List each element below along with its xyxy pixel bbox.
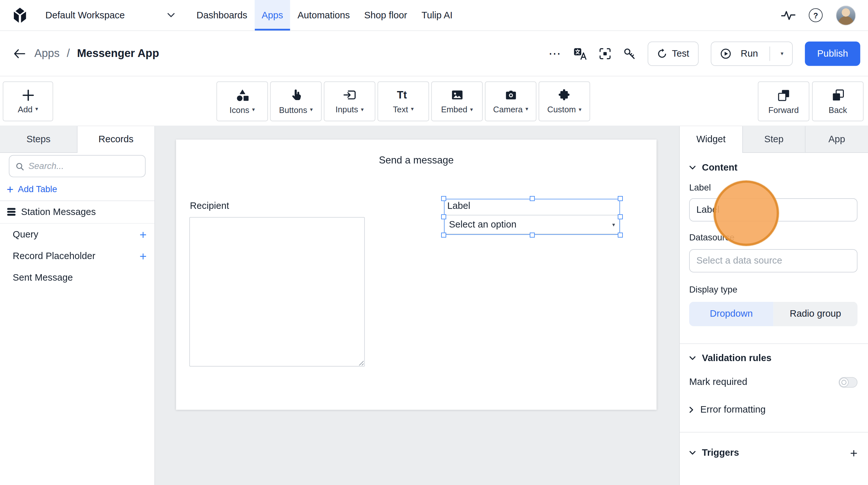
bring-forward-button[interactable]: Forward <box>758 81 809 121</box>
key-icon <box>623 47 636 60</box>
tab-steps[interactable]: Steps <box>0 126 78 153</box>
panel-tabs: Widget Step App <box>680 126 868 153</box>
record-item-sent-message[interactable]: Sent Message <box>0 267 154 289</box>
back-arrow-button[interactable] <box>13 49 25 59</box>
user-avatar[interactable] <box>836 5 856 25</box>
workspace-selector[interactable]: Default Workspace <box>45 0 175 31</box>
left-sidebar: Steps Records + Add Table <box>0 126 155 485</box>
add-record-placeholder-button[interactable]: + <box>138 250 148 262</box>
selection-handle-e[interactable] <box>618 214 623 219</box>
recipient-textarea-widget[interactable] <box>189 217 365 367</box>
error-formatting-label: Error formatting <box>701 404 766 415</box>
text-widget-button[interactable]: Tt Text▾ <box>377 81 429 121</box>
add-query-button[interactable]: + <box>138 229 148 241</box>
tulip-app-editor-window: Default Workspace Dashboards Apps Automa… <box>0 0 868 485</box>
editor-canvas[interactable]: Send a message Recipient Label Select an… <box>155 126 679 485</box>
run-dropdown-caret-icon[interactable]: ▾ <box>780 51 783 56</box>
table-name: Station Messages <box>21 207 96 217</box>
toggle-knob <box>839 377 849 387</box>
sidebar-tabs: Steps Records <box>0 126 154 153</box>
run-button-label: Run <box>741 48 758 59</box>
camera-widget-button[interactable]: Camera▾ <box>485 81 536 121</box>
activity-pulse-button[interactable] <box>781 10 796 21</box>
selection-handle-se[interactable] <box>618 233 623 238</box>
resize-grip[interactable] <box>358 360 364 366</box>
inputs-widget-button[interactable]: Inputs▾ <box>324 81 375 121</box>
section-triggers[interactable]: Triggers + <box>689 446 857 460</box>
test-button[interactable]: Test <box>648 41 699 66</box>
error-formatting-row[interactable]: Error formatting <box>689 402 857 417</box>
more-options-button[interactable]: ⋯ <box>549 47 561 61</box>
step-title-widget[interactable]: Send a message <box>176 140 657 166</box>
section-validation-rules[interactable]: Validation rules <box>689 351 857 366</box>
nav-automations[interactable]: Automations <box>290 0 357 31</box>
chevron-right-icon <box>689 406 694 413</box>
selection-handle-sw[interactable] <box>441 233 446 238</box>
tulip-logo[interactable] <box>11 7 29 25</box>
dropdown-widget-label: Label <box>447 201 470 211</box>
selection-handle-s[interactable] <box>530 233 534 238</box>
selected-dropdown-widget[interactable]: Label Select an option ▾ <box>444 199 620 235</box>
caret-down-icon: ▾ <box>411 106 414 112</box>
custom-widget-button[interactable]: Custom▾ <box>538 81 590 121</box>
nav-apps[interactable]: Apps <box>254 0 290 31</box>
caret-down-icon: ▾ <box>35 106 38 112</box>
record-source-station-messages[interactable]: Station Messages <box>0 201 154 224</box>
panel-divider <box>680 343 868 344</box>
breadcrumb-apps-link[interactable]: Apps <box>34 47 60 60</box>
run-split-divider <box>770 47 770 61</box>
breadcrumb: Apps / Messenger App <box>34 47 159 60</box>
nav-dashboards[interactable]: Dashboards <box>189 0 254 31</box>
run-button[interactable]: Run ▾ <box>711 41 793 66</box>
scan-icon <box>599 47 611 60</box>
nav-tulip-ai[interactable]: Tulip AI <box>414 0 460 31</box>
widget-toolbar: Add ▾ Icons▾ Buttons▾ <box>0 76 868 126</box>
translate-button[interactable] <box>573 47 587 60</box>
recipient-label-widget[interactable]: Recipient <box>190 201 229 211</box>
publish-button-label: Publish <box>817 48 848 59</box>
buttons-label: Buttons <box>279 105 307 114</box>
selection-handle-n[interactable] <box>530 196 534 201</box>
custom-label: Custom <box>547 105 576 114</box>
page-title: Messenger App <box>77 47 159 60</box>
label-input[interactable] <box>689 198 857 221</box>
add-table-label: Add Table <box>18 184 57 194</box>
record-item-label: Sent Message <box>13 272 73 283</box>
mark-required-toggle[interactable] <box>839 377 858 388</box>
tab-step[interactable]: Step <box>742 126 805 153</box>
search-input[interactable] <box>28 161 139 171</box>
tab-app[interactable]: App <box>805 126 868 153</box>
icons-widget-button[interactable]: Icons▾ <box>217 81 268 121</box>
add-table-button[interactable]: + Add Table <box>0 182 154 197</box>
publish-button[interactable]: Publish <box>805 41 860 66</box>
tab-records[interactable]: Records <box>78 126 154 153</box>
embed-widget-button[interactable]: Embed▾ <box>431 81 483 121</box>
icons-label: Icons <box>229 105 249 114</box>
record-item-query[interactable]: Query + <box>0 224 154 245</box>
selection-handle-ne[interactable] <box>618 196 623 201</box>
record-item-record-placeholder[interactable]: Record Placeholder + <box>0 245 154 267</box>
send-back-button[interactable]: Back <box>812 81 864 121</box>
present-scan-button[interactable] <box>599 47 611 60</box>
puzzle-icon <box>558 89 571 101</box>
chevron-down-icon <box>689 451 696 455</box>
selection-handle-nw[interactable] <box>441 196 446 201</box>
nav-shop-floor[interactable]: Shop floor <box>357 0 414 31</box>
datasource-input[interactable] <box>689 249 857 272</box>
add-trigger-button[interactable]: + <box>850 447 857 460</box>
display-type-radio-group-option[interactable]: Radio group <box>773 302 858 326</box>
display-type-label: Display type <box>689 284 857 297</box>
dropdown-widget-select[interactable]: Select an option ▾ <box>444 215 620 234</box>
step-artboard[interactable]: Send a message Recipient Label Select an… <box>176 140 657 410</box>
app-keys-button[interactable] <box>623 47 636 60</box>
display-type-dropdown-option[interactable]: Dropdown <box>689 302 773 326</box>
selection-handle-w[interactable] <box>441 214 446 219</box>
chevron-down-icon <box>689 356 696 360</box>
add-widget-button[interactable]: Add ▾ <box>3 81 53 121</box>
shapes-icon <box>235 88 249 101</box>
section-content[interactable]: Content <box>689 160 857 175</box>
buttons-widget-button[interactable]: Buttons▾ <box>270 81 322 121</box>
help-button[interactable]: ? <box>809 8 823 22</box>
section-validation-label: Validation rules <box>702 353 772 364</box>
tab-widget[interactable]: Widget <box>680 126 742 153</box>
